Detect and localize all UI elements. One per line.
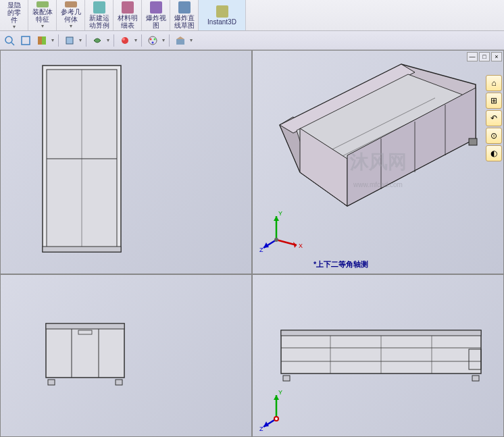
svg-rect-5 — [66, 37, 73, 44]
svg-marker-33 — [293, 242, 297, 248]
scene-icon[interactable] — [174, 34, 187, 47]
ribbon-label: 材料明细表 — [118, 14, 138, 29]
svg-marker-63 — [263, 421, 269, 427]
viewport-top[interactable] — [0, 50, 252, 274]
model-isometric-view — [259, 50, 489, 220]
window-controls: — □ × — [467, 52, 502, 61]
svg-line-38 — [263, 240, 276, 248]
viewport-isometric[interactable]: — □ × ⌂ ⊞ ↶ ⊙ ◐ — [252, 50, 504, 274]
contrast-button[interactable]: ◐ — [486, 145, 502, 161]
ribbon-bom[interactable]: 材料明细表 — [114, 0, 142, 30]
ribbon-hide-parts[interactable]: 显隐的零件 ▾ — [0, 0, 28, 30]
svg-point-41 — [274, 238, 278, 242]
display-style-icon[interactable] — [91, 34, 104, 47]
svg-point-0 — [5, 36, 12, 43]
dropdown-arrow-icon: ▾ — [41, 23, 44, 29]
ribbon-instant3d[interactable]: Instant3D — [199, 0, 246, 30]
svg-rect-50 — [281, 330, 481, 336]
explode-line-icon — [178, 1, 191, 14]
coordinate-triad: Y Z — [259, 385, 307, 432]
viewport-side[interactable]: Y Z — [252, 274, 504, 437]
svg-marker-13 — [176, 36, 184, 39]
dropdown-arrow-icon[interactable]: ▾ — [51, 37, 54, 43]
svg-line-62 — [263, 419, 276, 427]
svg-point-9 — [150, 38, 152, 40]
ribbon-label: Instant3D — [207, 18, 236, 26]
view-orientation-icon[interactable] — [63, 34, 76, 47]
ribbon-label: 新建运动算例 — [89, 14, 109, 29]
view-label: *上下二等角轴测 — [313, 259, 368, 269]
assembly-icon — [36, 1, 49, 7]
svg-point-10 — [154, 38, 156, 40]
minimize-button[interactable]: — — [467, 52, 478, 61]
library-button[interactable]: ⊞ — [486, 93, 502, 109]
svg-marker-60 — [274, 395, 279, 400]
svg-point-7 — [122, 38, 125, 41]
svg-rect-12 — [176, 39, 184, 45]
separator — [169, 34, 170, 47]
separator — [114, 34, 114, 47]
ribbon-label: 爆炸视图 — [146, 14, 166, 29]
ribbon-label: 爆炸直线草图 — [174, 14, 195, 29]
dropdown-arrow-icon[interactable]: ▾ — [79, 37, 82, 43]
svg-rect-47 — [48, 380, 55, 385]
view-toolbar: ▾ ▾ ▾ ▾ ▾ ▾ — [0, 31, 504, 50]
model-side-view — [280, 329, 482, 383]
ribbon-label: 参考几何体 — [61, 8, 81, 23]
close-button[interactable]: × — [491, 52, 502, 61]
svg-text:Z: Z — [259, 426, 263, 432]
instant3d-icon — [216, 5, 228, 18]
right-toolbar: ⌂ ⊞ ↶ ⊙ ◐ — [486, 75, 503, 161]
zoom-area-icon[interactable] — [19, 34, 32, 47]
svg-point-11 — [152, 41, 154, 43]
svg-point-66 — [275, 417, 278, 420]
section-view-icon[interactable] — [35, 34, 49, 47]
dropdown-arrow-icon[interactable]: ▾ — [162, 37, 165, 43]
ribbon-reference-geometry[interactable]: 参考几何体 ▾ — [57, 0, 85, 30]
ribbon-explode-line-sketch[interactable]: 爆炸直线草图 — [170, 0, 199, 30]
svg-text:Z: Z — [259, 247, 263, 253]
svg-rect-18 — [43, 247, 121, 252]
svg-rect-2 — [22, 36, 30, 45]
bom-icon — [122, 1, 134, 14]
ribbon-label: 装配体特征 — [32, 8, 53, 23]
ribbon-label: 显隐的零件 — [7, 1, 21, 24]
svg-rect-48 — [116, 380, 122, 385]
separator — [141, 34, 142, 47]
svg-rect-58 — [472, 376, 479, 381]
viewport-area: — □ × ⌂ ⊞ ↶ ⊙ ◐ — [0, 50, 504, 437]
appearance-icon[interactable] — [146, 34, 159, 47]
viewport-front[interactable] — [0, 274, 252, 437]
separator — [58, 34, 59, 47]
ribbon-motion-study[interactable]: 新建运动算例 — [85, 0, 114, 30]
dropdown-arrow-icon: ▾ — [13, 24, 16, 30]
dropdown-arrow-icon: ▾ — [70, 23, 72, 29]
svg-text:Y: Y — [278, 389, 282, 396]
exploded-icon — [150, 1, 162, 14]
svg-text:X: X — [299, 242, 303, 249]
maximize-button[interactable]: □ — [479, 52, 490, 61]
svg-line-32 — [276, 240, 297, 245]
svg-rect-43 — [46, 324, 124, 329]
dropdown-arrow-icon[interactable]: ▾ — [107, 37, 109, 43]
motion-icon — [93, 1, 105, 14]
geometry-icon — [65, 1, 77, 7]
svg-point-6 — [122, 37, 128, 44]
svg-rect-31 — [469, 138, 477, 145]
svg-point-65 — [274, 416, 279, 421]
svg-line-1 — [11, 43, 14, 45]
dropdown-arrow-icon[interactable]: ▾ — [190, 37, 193, 43]
target-button[interactable]: ⊙ — [486, 128, 502, 144]
ribbon-toolbar: 显隐的零件 ▾ 装配体特征 ▾ 参考几何体 ▾ 新建运动算例 材料明细表 爆炸视… — [0, 0, 504, 31]
ribbon-exploded-view[interactable]: 爆炸视图 — [142, 0, 170, 30]
hide-show-icon[interactable] — [118, 34, 132, 47]
svg-marker-39 — [263, 242, 269, 248]
model-front-view — [45, 322, 126, 386]
svg-rect-42 — [46, 324, 124, 378]
ribbon-assembly-features[interactable]: 装配体特征 ▾ — [28, 0, 57, 30]
dropdown-arrow-icon[interactable]: ▾ — [134, 37, 137, 43]
zoom-fit-icon[interactable] — [3, 34, 16, 47]
separator — [86, 34, 86, 47]
undo-button[interactable]: ↶ — [486, 110, 502, 126]
home-button[interactable]: ⌂ — [486, 75, 502, 91]
